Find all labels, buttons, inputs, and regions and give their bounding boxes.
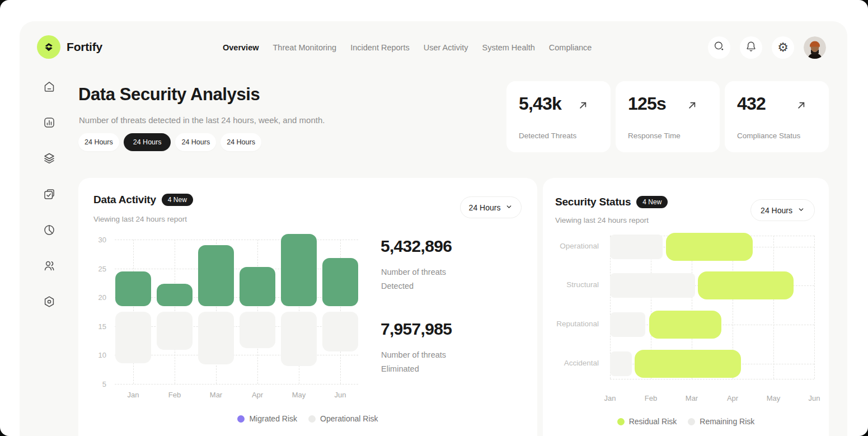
activity-range-dropdown[interactable]: 24 Hours (460, 196, 522, 218)
kpi-value: 5,43k (519, 93, 561, 114)
gridline-v (773, 236, 774, 379)
card-title: Data Activity (93, 194, 156, 206)
y-axis-tick: 30 (90, 236, 106, 244)
bar-migrated-risk-feb[interactable] (157, 284, 193, 306)
bar-migrated-risk-jan[interactable] (115, 271, 151, 306)
search-icon (713, 40, 725, 55)
notifications-button[interactable] (740, 36, 762, 59)
bar-operational-risk-jun[interactable] (322, 312, 358, 351)
nav-item-compliance[interactable]: Compliance (549, 43, 592, 52)
filter-pills: 24 Hours24 Hours24 Hours24 Hours (78, 133, 261, 151)
threats-eliminated-label: Number of threats Eliminated (381, 348, 446, 376)
new-badge: 4 New (162, 194, 193, 206)
bar-migrated-risk-jun[interactable] (322, 258, 358, 306)
legend-item-operational-risk[interactable]: Operational Risk (308, 414, 378, 423)
bar-migrated-risk-apr[interactable] (240, 267, 275, 306)
sidebar-item-layers[interactable] (43, 152, 56, 165)
gridline-h (115, 384, 358, 385)
fortify-logo-icon (37, 35, 60, 59)
x-axis-label-mar: Mar (674, 394, 710, 402)
data-activity-header: Data Activity 4 New (93, 194, 193, 206)
kpi-value: 125s (628, 93, 666, 114)
gear-icon: ⚙ (777, 41, 789, 54)
bar-remaining-risk-accidental[interactable] (610, 351, 632, 376)
category-label-structural: Structural (551, 280, 599, 289)
sidebar-item-home[interactable] (43, 80, 56, 93)
category-label-reputational: Reputational (551, 320, 599, 328)
bar-operational-risk-apr[interactable] (240, 312, 275, 348)
bar-residual-risk-accidental[interactable] (635, 350, 741, 378)
search-button[interactable] (708, 36, 730, 59)
bar-residual-risk-operational[interactable] (666, 233, 753, 261)
sidebar-item-tasks[interactable] (43, 187, 56, 201)
bar-residual-risk-structural[interactable] (698, 271, 794, 299)
filter-pill-1[interactable]: 24 Hours (124, 133, 171, 151)
user-avatar[interactable] (804, 36, 826, 59)
bar-remaining-risk-operational[interactable] (610, 235, 663, 259)
kpi-label: Response Time (628, 132, 681, 140)
bar-remaining-risk-reputational[interactable] (610, 312, 645, 337)
sidebar-item-security[interactable] (43, 295, 56, 308)
y-axis-tick: 20 (90, 293, 106, 302)
filter-pill-3[interactable]: 24 Hours (220, 133, 261, 151)
home-icon (43, 86, 56, 95)
activity-column-chart: 51015202530JanFebMarAprMayJun (90, 232, 358, 402)
kpi-card-response-time[interactable]: 125s Response Time (616, 81, 720, 152)
y-axis-tick: 25 (90, 265, 106, 273)
security-status-header: Security Status 4 New (555, 196, 668, 208)
sidebar-item-reports[interactable] (43, 223, 56, 237)
kpi-card-compliance-status[interactable]: 432 Compliance Status (725, 81, 829, 152)
bar-remaining-risk-structural[interactable] (610, 273, 695, 298)
bar-operational-risk-feb[interactable] (157, 312, 193, 350)
plot-border-bottom (610, 379, 814, 379)
bar-operational-risk-may[interactable] (281, 312, 317, 366)
card-subtitle: Viewing last 24 hours report (93, 215, 187, 223)
x-axis-label-apr: Apr (240, 391, 275, 399)
sidebar-item-analytics[interactable] (43, 116, 56, 129)
nav-item-user-activity[interactable]: User Activity (424, 43, 468, 52)
filter-pill-0[interactable]: 24 Hours (78, 133, 119, 151)
nav-item-incident-reports[interactable]: Incident Reports (350, 43, 410, 52)
legend-label: Migrated Risk (249, 414, 297, 423)
bar-residual-risk-reputational[interactable] (649, 311, 721, 339)
sidebar-item-users[interactable] (43, 259, 56, 273)
arrow-up-right-icon (686, 99, 698, 114)
bar-operational-risk-mar[interactable] (198, 312, 234, 364)
y-axis-tick: 10 (90, 351, 106, 359)
x-axis-label-jun: Jun (322, 391, 358, 399)
x-axis-label-feb: Feb (633, 394, 669, 402)
bar-operational-risk-jan[interactable] (115, 312, 151, 363)
x-axis-label-jan: Jan (115, 391, 151, 399)
legend-item-migrated-risk[interactable]: Migrated Risk (237, 414, 297, 423)
screen-background: Fortify OverviewThreat MonitoringInciden… (0, 0, 868, 436)
legend-dot-icon (308, 415, 316, 423)
legend-item-remaining-risk[interactable]: Remaining Risk (688, 417, 754, 426)
legend-label: Remaining Risk (700, 417, 754, 426)
nav-item-system-health[interactable]: System Health (482, 43, 535, 52)
hex-nut-icon (43, 301, 56, 310)
bar-chart-icon (43, 121, 56, 131)
nav-item-overview[interactable]: Overview (223, 43, 259, 52)
bar-migrated-risk-may[interactable] (281, 234, 317, 306)
header-actions: ⚙ (708, 36, 826, 59)
settings-button[interactable]: ⚙ (772, 36, 794, 59)
filter-pill-2[interactable]: 24 Hours (175, 133, 216, 151)
x-axis-label-apr: Apr (715, 394, 750, 402)
gridline-h (115, 297, 358, 298)
legend-item-residual-risk[interactable]: Residual Risk (617, 417, 677, 426)
bar-migrated-risk-mar[interactable] (198, 245, 234, 306)
copy-check-icon (43, 193, 56, 203)
gridline-h (115, 240, 358, 240)
card-subtitle: Viewing last 24 hours report (555, 216, 649, 224)
gridline-h (115, 269, 358, 269)
nav-item-threat-monitoring[interactable]: Threat Monitoring (273, 43, 337, 52)
category-label-accidental: Accidental (551, 359, 599, 367)
threats-detected-label: Number of threats Detected (381, 265, 446, 293)
x-axis-label-may: May (281, 391, 317, 399)
category-label-operational: Operational (551, 242, 599, 250)
main-nav: OverviewThreat MonitoringIncident Report… (223, 35, 592, 60)
pie-chart-icon (43, 229, 56, 238)
security-range-chart: JanFebMarAprMayJunOperationalStructuralR… (551, 236, 820, 406)
security-range-dropdown[interactable]: 24 Hours (750, 199, 815, 221)
kpi-card-detected-threats[interactable]: 5,43k Detected Threats (506, 81, 611, 152)
